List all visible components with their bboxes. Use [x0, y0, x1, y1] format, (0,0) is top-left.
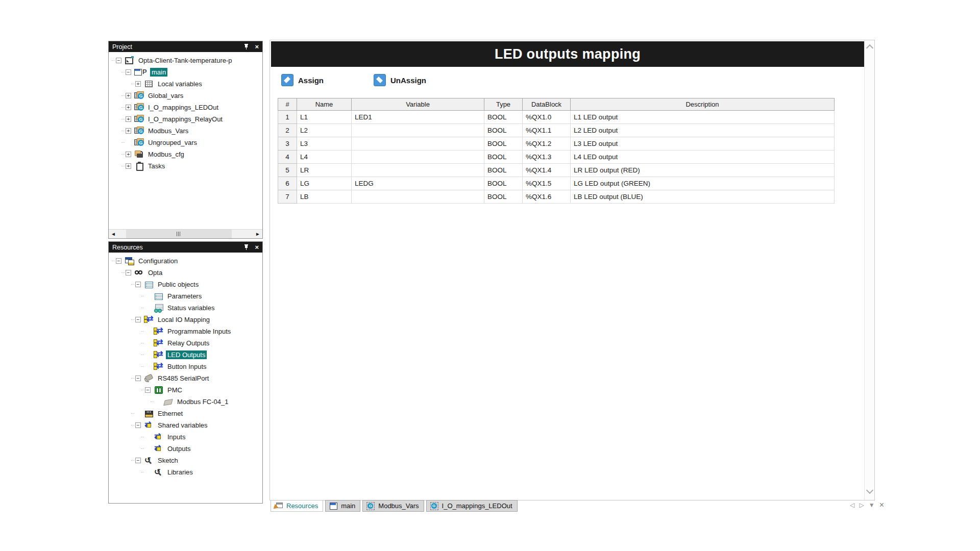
- tree-item-pmc[interactable]: −PMC: [109, 384, 262, 396]
- pin-icon[interactable]: [243, 43, 250, 50]
- cell-description[interactable]: LR LED output (RED): [571, 164, 835, 177]
- cell-datablock[interactable]: %QX1.5: [523, 177, 571, 190]
- cell-name[interactable]: L2: [297, 124, 352, 137]
- scroll-thumb[interactable]: [126, 230, 232, 238]
- expand-toggle-icon[interactable]: +: [126, 105, 131, 110]
- expand-toggle-icon[interactable]: +: [135, 81, 141, 87]
- cell-description[interactable]: L2 LED output: [571, 124, 835, 137]
- cell-type[interactable]: BOOL: [484, 151, 523, 164]
- expand-toggle-icon[interactable]: +: [126, 128, 131, 134]
- cell-description[interactable]: L3 LED output: [571, 137, 835, 151]
- tree-item-opta-client-tank-temperature-p[interactable]: −Opta-Client-Tank-temperature-p: [109, 55, 262, 66]
- cell-description[interactable]: LG LED output (GREEN): [571, 177, 835, 190]
- tab-i-o-mappings-ledout[interactable]: I_O_mappings_LEDOut: [426, 500, 518, 512]
- tab-resources[interactable]: Resources: [271, 500, 323, 512]
- project-horizontal-scrollbar[interactable]: ◄ ►: [109, 229, 262, 238]
- cell-[interactable]: 6: [278, 177, 297, 190]
- cell-variable[interactable]: [352, 190, 484, 204]
- cell-[interactable]: 3: [278, 137, 297, 151]
- collapse-toggle-icon[interactable]: −: [135, 317, 141, 322]
- chevron-down-icon[interactable]: [866, 487, 873, 494]
- scroll-left-icon[interactable]: ◄: [109, 230, 118, 238]
- expand-toggle-icon[interactable]: +: [126, 116, 131, 122]
- cell-name[interactable]: LB: [297, 190, 352, 204]
- close-icon[interactable]: ×: [255, 43, 259, 50]
- collapse-toggle-icon[interactable]: −: [135, 282, 141, 287]
- tree-item-modbus-cfg[interactable]: +Modbus_cfg: [109, 148, 262, 160]
- collapse-toggle-icon[interactable]: −: [126, 270, 131, 276]
- cell-datablock[interactable]: %QX1.2: [523, 137, 571, 151]
- cell-name[interactable]: LG: [297, 177, 352, 190]
- tab-close-icon[interactable]: ×: [879, 502, 884, 508]
- tab-modbus-vars[interactable]: Modbus_Vars: [362, 500, 424, 512]
- cell-variable[interactable]: [352, 164, 484, 177]
- tree-item-libraries[interactable]: Libraries: [109, 466, 262, 478]
- cell-[interactable]: 1: [278, 111, 297, 124]
- cell-datablock[interactable]: %QX1.6: [523, 190, 571, 204]
- tab-list-dropdown-icon[interactable]: ▼: [869, 502, 875, 509]
- cell-datablock[interactable]: %QX1.1: [523, 124, 571, 137]
- cell-type[interactable]: BOOL: [484, 177, 523, 190]
- cell-description[interactable]: L1 LED output: [571, 111, 835, 124]
- tree-item-local-io-mapping[interactable]: −Local IO Mapping: [109, 314, 262, 325]
- tree-item-configuration[interactable]: −Configuration: [109, 255, 262, 267]
- table-row[interactable]: 5LRBOOL%QX1.4LR LED output (RED): [278, 164, 835, 177]
- collapse-toggle-icon[interactable]: −: [116, 58, 121, 63]
- tree-item-inputs[interactable]: Inputs: [109, 431, 262, 443]
- tree-item-main[interactable]: −main: [109, 66, 262, 78]
- cell-type[interactable]: BOOL: [484, 124, 523, 137]
- tree-item-shared-variables[interactable]: −Shared variables: [109, 419, 262, 431]
- chevron-up-icon[interactable]: [866, 44, 873, 52]
- cell-type[interactable]: BOOL: [484, 164, 523, 177]
- column-header-type[interactable]: Type: [484, 98, 523, 111]
- cell-name[interactable]: L1: [297, 111, 352, 124]
- tree-item-local-variables[interactable]: +Local variables: [109, 78, 262, 90]
- column-header-name[interactable]: Name: [297, 98, 352, 111]
- cell-variable[interactable]: [352, 151, 484, 164]
- tree-item-relay-outputs[interactable]: Relay Outputs: [109, 337, 262, 349]
- tree-item-sketch[interactable]: −Sketch: [109, 455, 262, 466]
- tree-item-tasks[interactable]: +Tasks: [109, 160, 262, 172]
- cell-datablock[interactable]: %QX1.3: [523, 151, 571, 164]
- column-header-[interactable]: #: [278, 98, 297, 111]
- cell-type[interactable]: BOOL: [484, 190, 523, 204]
- cell-type[interactable]: BOOL: [484, 137, 523, 151]
- scroll-track[interactable]: [118, 230, 253, 238]
- table-row[interactable]: 4L4BOOL%QX1.3L4 LED output: [278, 151, 835, 164]
- cell-[interactable]: 4: [278, 151, 297, 164]
- tree-item-programmable-inputs[interactable]: Programmable Inputs: [109, 325, 262, 337]
- tree-item-modbus-vars[interactable]: +Modbus_Vars: [109, 125, 262, 137]
- tree-item-modbus-fc-04-1[interactable]: Modbus FC-04_1: [109, 396, 262, 408]
- tree-item-status-variables[interactable]: Status variables: [109, 302, 262, 314]
- tab-next-icon[interactable]: ▷: [860, 502, 864, 509]
- collapse-toggle-icon[interactable]: −: [126, 69, 131, 75]
- tree-item-led-outputs[interactable]: LED Outputs: [109, 349, 262, 361]
- cell-datablock[interactable]: %QX1.0: [523, 111, 571, 124]
- cell-[interactable]: 2: [278, 124, 297, 137]
- tree-item-opta[interactable]: −Opta: [109, 267, 262, 279]
- cell-name[interactable]: L3: [297, 137, 352, 151]
- tree-item-rs485-serialport[interactable]: −RS485 SerialPort: [109, 372, 262, 384]
- cell-type[interactable]: BOOL: [484, 111, 523, 124]
- table-row[interactable]: 6LGLEDGBOOL%QX1.5LG LED output (GREEN): [278, 177, 835, 190]
- table-row[interactable]: 7LBBOOL%QX1.6LB LED output (BLUE): [278, 190, 835, 204]
- cell-variable[interactable]: LED1: [352, 111, 484, 124]
- cell-variable[interactable]: [352, 137, 484, 151]
- close-icon[interactable]: ×: [255, 244, 259, 251]
- cell-datablock[interactable]: %QX1.4: [523, 164, 571, 177]
- table-row[interactable]: 1L1LED1BOOL%QX1.0L1 LED output: [278, 111, 835, 124]
- collapse-toggle-icon[interactable]: −: [116, 258, 121, 264]
- pin-icon[interactable]: [243, 244, 250, 251]
- cell-description[interactable]: LB LED output (BLUE): [571, 190, 835, 204]
- cell-variable[interactable]: [352, 124, 484, 137]
- collapse-toggle-icon[interactable]: −: [135, 422, 141, 428]
- column-header-datablock[interactable]: DataBlock: [523, 98, 571, 111]
- column-header-variable[interactable]: Variable: [352, 98, 484, 111]
- tree-item-ungrouped-vars[interactable]: Ungrouped_vars: [109, 137, 262, 148]
- assign-button[interactable]: Assign: [281, 74, 324, 86]
- collapse-toggle-icon[interactable]: −: [135, 458, 141, 463]
- table-row[interactable]: 2L2BOOL%QX1.1L2 LED output: [278, 124, 835, 137]
- collapse-toggle-icon[interactable]: −: [135, 375, 141, 381]
- cell-name[interactable]: LR: [297, 164, 352, 177]
- tree-item-public-objects[interactable]: −Public objects: [109, 279, 262, 290]
